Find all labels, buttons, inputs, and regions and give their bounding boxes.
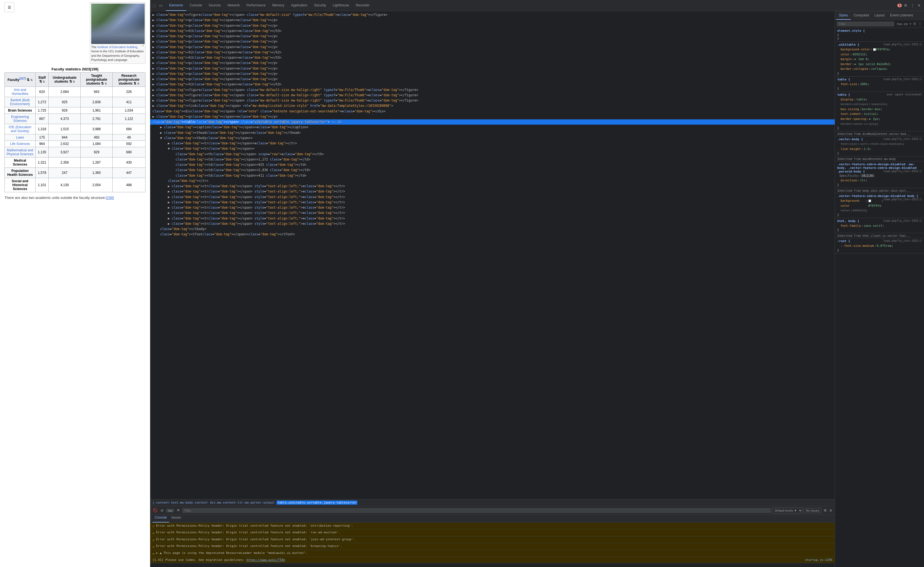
console-source[interactable]: startup.js:1296 bbox=[805, 558, 832, 562]
dom-line[interactable]: ▶ class="dom-tag"><trclass="dom-tag"></s… bbox=[150, 221, 835, 226]
dom-line[interactable]: class="dom-tag"><tdclass="dom-tag"></spa… bbox=[150, 157, 835, 162]
dom-line[interactable]: ▶ class="dom-tag"><h3class="dom-tag"></s… bbox=[150, 82, 835, 87]
dom-line[interactable]: ▶ class="dom-tag"><pclass="dom-tag"></sp… bbox=[150, 45, 835, 50]
faculty-link[interactable]: IOE (Education and Society) bbox=[9, 125, 31, 133]
expand-image-icon[interactable]: ⤢ bbox=[142, 44, 144, 47]
faculty-link[interactable]: Mathematical and Physical Sciences bbox=[7, 148, 34, 156]
console-filter-input[interactable] bbox=[182, 508, 771, 513]
copy-style-icon[interactable]: ⎘ bbox=[913, 21, 916, 26]
faculty-link[interactable]: Life Sciences bbox=[10, 142, 30, 146]
style-selector[interactable]: .vector-feature-zebra-design-disabled bo… bbox=[837, 194, 922, 198]
dom-line[interactable]: ▶ class="dom-tag"><trclass="dom-tag"></s… bbox=[150, 200, 835, 205]
style-selector[interactable]: .vector-feature-zebra-design-disabled .m… bbox=[837, 162, 922, 173]
breadcrumb-item[interactable]: |-content-text.mw-body-content bbox=[152, 501, 208, 504]
dom-line[interactable]: ▶ class="dom-tag"><pclass="dom-tag"></sp… bbox=[150, 66, 835, 71]
style-selector[interactable]: html, body {load.php?la_ctor-2022:1 bbox=[837, 219, 922, 223]
dom-line[interactable]: ▶ class="dom-tag"><trclass="dom-tag"></s… bbox=[150, 184, 835, 189]
devtools-tab-performance[interactable]: Performance bbox=[243, 0, 269, 11]
dom-line[interactable]: class="dom-tag"><tdclass="dom-tag"></spa… bbox=[150, 162, 835, 168]
styles-tab-layout[interactable]: Layout bbox=[872, 11, 887, 20]
devtools-tab-recorder[interactable]: Recorder bbox=[352, 0, 373, 11]
faculty-link[interactable]: Engineering Sciences bbox=[11, 115, 29, 123]
devtools-tab-elements[interactable]: Elements bbox=[166, 0, 186, 11]
dom-line[interactable]: ▼ class="dom-tag"><tbodyclass="dom-tag">… bbox=[150, 135, 835, 141]
style-selector[interactable]: table {user agent stylesheet bbox=[837, 93, 922, 96]
dom-line[interactable]: ▶ class="dom-tag"><pclass="dom-tag"></sp… bbox=[150, 76, 835, 82]
breadcrumb-item[interactable]: div.mw-content-ltr.mw-parser-output bbox=[210, 501, 274, 504]
dom-line[interactable]: ▶ class="dom-tag"><figureclass="dom-tag"… bbox=[150, 93, 835, 98]
col-header-staff[interactable]: Staff ⇅ bbox=[35, 72, 48, 87]
col-header-ug[interactable]: Undergraduate students ⇅ bbox=[49, 72, 81, 87]
col-header-faculty[interactable]: Faculty[157] ⇅ bbox=[5, 72, 36, 87]
style-selector[interactable]: table {load.php?la_ctor-2022:1 bbox=[837, 78, 922, 81]
dom-line[interactable]: class="dom-tag"></tbody> bbox=[150, 226, 835, 232]
console-level-select[interactable]: Default levels ▼ bbox=[772, 508, 803, 513]
close-devtools-icon[interactable]: ✕ bbox=[916, 3, 922, 8]
devtools-tab-security[interactable]: Security bbox=[311, 0, 329, 11]
devtools-tab-network[interactable]: Network bbox=[224, 0, 243, 11]
style-selector[interactable]: .wikitable {load.php?la_ctor-2022:1 bbox=[837, 43, 922, 46]
devtools-tab-memory[interactable]: Memory bbox=[269, 0, 288, 11]
console-filter-icon[interactable]: ⊘ bbox=[159, 508, 165, 513]
devtools-tab-console[interactable]: Console bbox=[186, 0, 205, 11]
dom-line[interactable]: ▶ class="dom-tag"><h3class="dom-tag"></s… bbox=[150, 28, 835, 34]
dom-line[interactable]: ▶ class="dom-tag"><pclass="dom-tag"></sp… bbox=[150, 39, 835, 44]
dom-line[interactable]: class="dom-tag"><tdclass="dom-tag"></spa… bbox=[150, 168, 835, 173]
console-tab[interactable]: Console bbox=[152, 515, 169, 522]
faculty-link[interactable]: Laws bbox=[16, 135, 24, 140]
breadcrumb-item[interactable]: table.wikitable.sortable.jquery-tablesor… bbox=[276, 501, 357, 505]
styles-tab-styles[interactable]: Styles bbox=[836, 11, 851, 20]
dom-line[interactable]: ▶ class="dom-tag"><figureclass="dom-tag"… bbox=[150, 12, 835, 18]
dom-line[interactable]: ▶ class="dom-tag"><captionclass="dom-tag… bbox=[150, 124, 835, 130]
institute-link[interactable]: Institute of Education building bbox=[98, 45, 137, 49]
dom-line[interactable]: ▶ class="dom-tag"><pclass="dom-tag"></sp… bbox=[150, 34, 835, 39]
dom-line[interactable]: class="dom-tag"><tdclass="dom-tag"></spa… bbox=[150, 173, 835, 178]
styles-tab-computed[interactable]: Computed bbox=[851, 11, 872, 20]
dom-line[interactable]: ▶ class="dom-tag"><trclass="dom-tag"></s… bbox=[150, 141, 835, 146]
devtools-tab-application[interactable]: Application bbox=[288, 0, 311, 11]
styles-filter-input[interactable] bbox=[837, 21, 894, 26]
dom-line[interactable]: ▶ class="dom-tag"><linkclass="dom-tag"><… bbox=[150, 103, 835, 108]
console-clear-icon[interactable]: 🚫 bbox=[152, 508, 158, 513]
dom-content[interactable]: ▶ class="dom-tag"><figureclass="dom-tag"… bbox=[150, 11, 835, 499]
dom-line[interactable]: ▶ class="dom-tag"><h2class="dom-tag"></s… bbox=[150, 50, 835, 55]
dom-line[interactable]: ▶ class="dom-tag"><figureclass="dom-tag"… bbox=[150, 87, 835, 93]
footnote-158[interactable]: [158] bbox=[106, 196, 114, 200]
inspect-icon[interactable]: ⬚ bbox=[151, 3, 157, 8]
dom-line[interactable]: ▶ class="dom-tag"><h3class="dom-tag"></s… bbox=[150, 55, 835, 60]
devtools-tab-sources[interactable]: Sources bbox=[205, 0, 224, 11]
more-style-icon[interactable]: ⋮ bbox=[918, 21, 922, 26]
dom-line[interactable]: ▶ class="dom-tag"><pclass="dom-tag"></sp… bbox=[150, 23, 835, 28]
col-header-taught-pg[interactable]: Taught postgraduate students ⇅ bbox=[81, 72, 112, 87]
dom-line[interactable]: ▼ class="dom-tag"><trclass="dom-tag"></s… bbox=[150, 146, 835, 152]
dom-line[interactable]: ▶ class="dom-tag"><trclass="dom-tag"></s… bbox=[150, 210, 835, 216]
dom-line[interactable]: class="dom-tag"><thclass="dom-tag"></spa… bbox=[150, 152, 835, 157]
issues-tab[interactable]: Issues bbox=[169, 515, 183, 522]
console-messages[interactable]: ⚠Error with Permissions-Policy header: O… bbox=[150, 523, 835, 567]
dom-line[interactable]: ▶ class="dom-tag"><trclass="dom-tag"></s… bbox=[150, 189, 835, 194]
dom-line[interactable]: ▶ class="dom-tag"><trclass="dom-tag"></s… bbox=[150, 216, 835, 221]
faculty-link[interactable]: Bartlett (Built Environment) bbox=[10, 98, 30, 106]
style-selector[interactable]: :root {load.php?la_ctor-2022:1 bbox=[837, 239, 922, 243]
no-issues-button[interactable]: No Issues bbox=[804, 508, 821, 513]
dom-line[interactable]: ▶ class="dom-tag"><theadclass="dom-tag">… bbox=[150, 130, 835, 135]
dom-line[interactable]: class="dom-tag"><divclass="dom-tag"></sp… bbox=[150, 109, 835, 114]
console-close-icon[interactable]: ✕ bbox=[829, 508, 832, 513]
dom-line[interactable]: ▶ class="dom-tag"><trclass="dom-tag"></s… bbox=[150, 205, 835, 210]
style-selector[interactable]: .vector-body {load.php?la_ctor-2022:1 bbox=[837, 138, 922, 141]
dom-line[interactable]: ▶ class="dom-tag"><figureclass="dom-tag"… bbox=[150, 98, 835, 103]
dom-line[interactable]: ▶ class="dom-tag"><pclass="dom-tag"></sp… bbox=[150, 18, 835, 23]
console-top-button[interactable]: top bbox=[166, 508, 174, 513]
col-header-research-pg[interactable]: Research postgraduate students ⇅ bbox=[112, 72, 146, 87]
dom-line[interactable]: class="dom-tag"></tr> bbox=[150, 178, 835, 184]
styles-content[interactable]: element.style {}}.wikitable {load.php?la… bbox=[835, 28, 924, 567]
dom-line[interactable]: ▶ class="dom-tag"><pclass="dom-tag"></sp… bbox=[150, 114, 835, 119]
more-options-icon[interactable]: ⋮ bbox=[909, 3, 915, 8]
dom-line[interactable]: class="dom-tag"><tableclass="dom-tag"></… bbox=[150, 119, 835, 124]
styles-tab-event-listeners[interactable]: Event Listeners bbox=[887, 11, 916, 20]
console-settings-icon[interactable]: ⚙ bbox=[822, 508, 828, 513]
style-selector[interactable]: element.style { bbox=[837, 29, 922, 33]
faculty-link[interactable]: Arts and Humanities bbox=[12, 88, 28, 96]
console-eye-icon[interactable]: 👁 bbox=[176, 508, 181, 513]
pseudo-classes[interactable]: :hov .cls bbox=[897, 22, 908, 26]
